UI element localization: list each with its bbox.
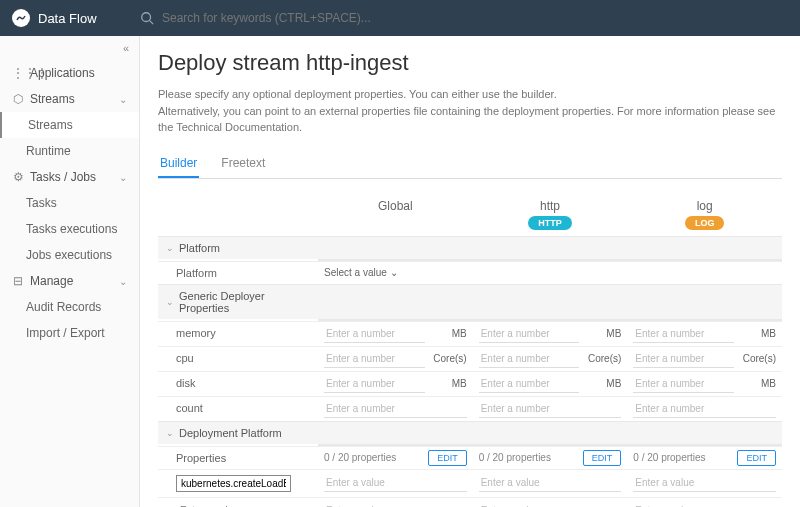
prop-http-input[interactable]	[479, 474, 622, 492]
http-badge: HTTP	[528, 216, 572, 230]
sidebar-sub-runtime[interactable]: Runtime	[0, 138, 139, 164]
sidebar-sub-tasks[interactable]: Tasks	[0, 190, 139, 216]
logo-icon	[12, 9, 30, 27]
chevron-down-icon: ⌄	[166, 243, 174, 253]
sidebar-item-tasks[interactable]: ⚙Tasks / Jobs⌄	[0, 164, 139, 190]
main-content: Deploy stream http-ingest Please specify…	[140, 36, 800, 507]
chevron-down-icon: ⌄	[166, 428, 174, 438]
memory-log-input[interactable]	[633, 325, 734, 343]
log-badge: LOG	[685, 216, 725, 230]
tabs: Builder Freetext	[158, 150, 782, 179]
cpu-global-input[interactable]	[324, 350, 425, 368]
search-input[interactable]	[162, 11, 462, 25]
sidebar: « ⋮⋮⋮Applications ⬡Streams⌄ Streams Runt…	[0, 36, 140, 507]
manage-icon: ⊟	[12, 274, 24, 288]
cpu-http-input[interactable]	[479, 350, 580, 368]
page-description: Please specify any optional deployment p…	[158, 86, 782, 136]
chevron-down-icon: ⌄	[166, 297, 174, 307]
row-count: count	[158, 396, 318, 421]
prop-global-input-2[interactable]	[324, 502, 467, 508]
edit-button[interactable]: EDIT	[428, 450, 467, 466]
row-k8s-input	[158, 469, 318, 497]
memory-global-input[interactable]	[324, 325, 425, 343]
section-generic[interactable]: ⌄Generic Deployer Properties	[158, 284, 318, 319]
count-log-input[interactable]	[633, 400, 776, 418]
row-properties: Properties	[158, 446, 318, 469]
sidebar-item-manage[interactable]: ⊟Manage⌄	[0, 268, 139, 294]
builder-grid: Global httpHTTP logLOG ⌄Platform Platfor…	[158, 193, 782, 508]
topbar: Data Flow	[0, 0, 800, 36]
property-key-input-2[interactable]	[176, 503, 310, 508]
sidebar-sub-jobs-exec[interactable]: Jobs executions	[0, 242, 139, 268]
memory-http-input[interactable]	[479, 325, 580, 343]
row-cpu: cpu	[158, 346, 318, 371]
prop-global-input[interactable]	[324, 474, 467, 492]
svg-line-1	[150, 21, 154, 25]
chevron-down-icon: ⌄	[119, 276, 127, 287]
search-icon	[140, 11, 154, 25]
col-http: httpHTTP	[473, 193, 628, 236]
disk-log-input[interactable]	[633, 375, 734, 393]
prop-http-input-2[interactable]	[479, 502, 622, 508]
disk-http-input[interactable]	[479, 375, 580, 393]
edit-button[interactable]: EDIT	[583, 450, 622, 466]
sidebar-sub-audit[interactable]: Audit Records	[0, 294, 139, 320]
tasks-icon: ⚙	[12, 170, 24, 184]
prop-log-input-2[interactable]	[633, 502, 776, 508]
sidebar-sub-import[interactable]: Import / Export	[0, 320, 139, 346]
col-log: logLOG	[627, 193, 782, 236]
sidebar-item-applications[interactable]: ⋮⋮⋮Applications	[0, 60, 139, 86]
disk-global-input[interactable]	[324, 375, 425, 393]
row-platform: Platform	[158, 261, 318, 284]
stream-icon: ⬡	[12, 92, 24, 106]
tab-builder[interactable]: Builder	[158, 150, 199, 178]
col-global: Global	[318, 193, 473, 236]
svg-point-0	[142, 13, 151, 22]
collapse-sidebar-icon[interactable]: «	[0, 36, 139, 60]
row-disk: disk	[158, 371, 318, 396]
grid-icon: ⋮⋮⋮	[12, 66, 24, 80]
platform-select[interactable]: Select a value ⌄	[324, 267, 398, 278]
property-key-input[interactable]	[176, 475, 291, 492]
logo: Data Flow	[12, 9, 140, 27]
count-http-input[interactable]	[479, 400, 622, 418]
sidebar-sub-tasks-exec[interactable]: Tasks executions	[0, 216, 139, 242]
edit-button[interactable]: EDIT	[737, 450, 776, 466]
section-deploy[interactable]: ⌄Deployment Platform	[158, 421, 318, 444]
sidebar-sub-streams[interactable]: Streams	[0, 112, 139, 138]
chevron-down-icon: ⌄	[119, 172, 127, 183]
app-name: Data Flow	[38, 11, 97, 26]
section-platform[interactable]: ⌄Platform	[158, 236, 318, 259]
cpu-log-input[interactable]	[633, 350, 734, 368]
chevron-down-icon: ⌄	[119, 94, 127, 105]
page-title: Deploy stream http-ingest	[158, 50, 782, 76]
sidebar-item-streams[interactable]: ⬡Streams⌄	[0, 86, 139, 112]
search-bar[interactable]	[140, 11, 788, 25]
prop-log-input[interactable]	[633, 474, 776, 492]
tab-freetext[interactable]: Freetext	[219, 150, 267, 178]
count-global-input[interactable]	[324, 400, 467, 418]
row-memory: memory	[158, 321, 318, 346]
